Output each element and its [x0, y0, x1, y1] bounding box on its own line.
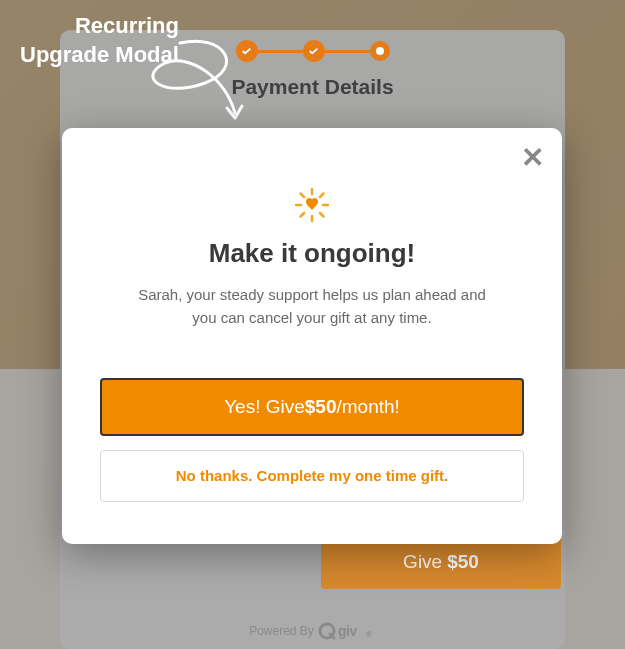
- yes-monthly-button[interactable]: Yes! Give $50 /month!: [100, 378, 524, 436]
- heart-burst-icon: [100, 188, 524, 222]
- modal-title: Make it ongoing!: [100, 238, 524, 269]
- svg-line-10: [320, 194, 324, 198]
- yes-button-prefix: Yes! Give: [224, 396, 305, 418]
- modal-subtitle: Sarah, your steady support helps us plan…: [132, 283, 492, 330]
- powered-by-text: Powered By: [249, 624, 314, 638]
- annotation-arrow-icon: [130, 28, 250, 128]
- no-thanks-label: No thanks. Complete my one time gift.: [176, 467, 449, 484]
- give-button-amount: $50: [447, 551, 479, 573]
- svg-line-7: [301, 194, 305, 198]
- svg-line-9: [301, 213, 305, 217]
- svg-text:giv: giv: [338, 623, 357, 639]
- powered-by-footer: Powered By giv ®: [0, 621, 625, 641]
- yes-button-amount: $50: [305, 396, 337, 418]
- upgrade-modal: ✕ Make it ongoing! Sarah, your steady su…: [62, 128, 562, 544]
- close-icon: ✕: [521, 142, 544, 173]
- svg-line-8: [320, 213, 324, 217]
- step-connector: [325, 50, 370, 53]
- step-3-current: [370, 41, 390, 61]
- no-thanks-button[interactable]: No thanks. Complete my one time gift.: [100, 450, 524, 502]
- close-button[interactable]: ✕: [521, 144, 544, 172]
- step-connector: [258, 50, 303, 53]
- page-title: Payment Details: [0, 75, 625, 99]
- yes-button-suffix: /month!: [336, 396, 399, 418]
- qgiv-logo: giv ®: [318, 621, 376, 641]
- step-2-complete: [303, 40, 325, 62]
- give-button-prefix: Give: [403, 551, 442, 573]
- svg-text:®: ®: [366, 630, 372, 639]
